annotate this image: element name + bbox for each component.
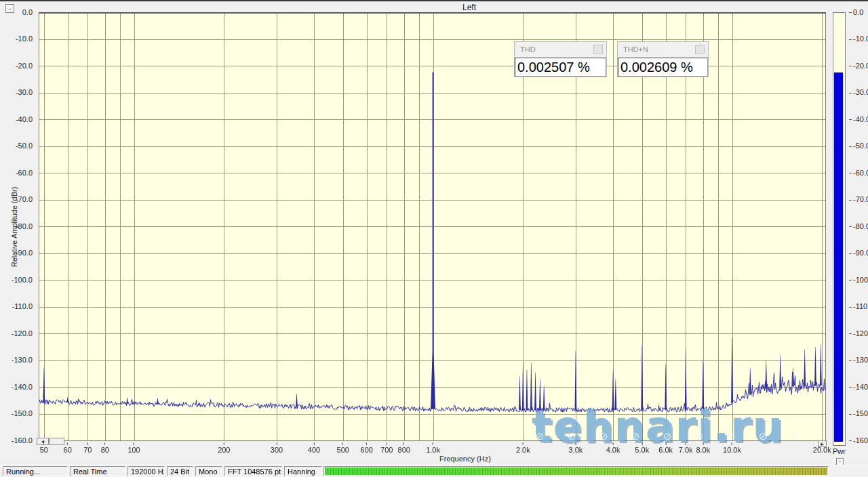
thd-panel-menu-button[interactable]	[593, 45, 603, 54]
x-tick: 800	[398, 442, 410, 454]
y-tick-right: -100.0	[849, 276, 868, 285]
x-tick: 70	[83, 442, 92, 454]
no-entry-icon: ⊘	[536, 415, 546, 458]
thd-value: 0.002507 %	[515, 58, 606, 77]
y-tick-left: -70.0	[3, 195, 33, 204]
no-entry-icon: ⊘	[663, 415, 673, 458]
progress-bar-fill	[325, 468, 827, 475]
y-tick-right: -90.0	[849, 249, 868, 257]
x-tick: 60	[64, 442, 72, 454]
thd-panel[interactable]: THD 0.002507 %	[514, 41, 607, 77]
status-panel: Hanning	[284, 466, 322, 476]
y-tick-right: -140.0	[849, 383, 868, 392]
thd-n-panel-menu-button[interactable]	[695, 45, 705, 54]
watermark: tehnari.ru⊘⊘⊘⊘⊘⊘⊘⊘⊘	[532, 405, 784, 449]
x-tick: 80	[101, 442, 109, 454]
y-tick-left: -140.0	[3, 383, 33, 392]
no-entry-icon: ⊘	[759, 415, 769, 458]
y-tick-left: -100.0	[3, 276, 33, 285]
y-tick-left: -160.0	[3, 436, 33, 445]
status-panel: 24 Bit	[167, 466, 193, 476]
x-tick: 400	[308, 442, 320, 454]
y-tick-left: 0.0	[3, 8, 33, 17]
y-tick-right: 0.0	[849, 8, 868, 17]
y-tick-right: -50.0	[849, 142, 868, 150]
thd-n-panel-header: THD+N	[618, 42, 708, 58]
status-panel: Running...	[3, 466, 68, 476]
x-tick: 100	[127, 442, 140, 454]
y-tick-right: -80.0	[849, 222, 868, 231]
thd-n-panel[interactable]: THD+N 0.002609 %	[617, 41, 709, 77]
status-panel: FFT 1048576 pts	[224, 466, 282, 476]
y-tick-right: -110.0	[849, 302, 868, 311]
y-tick-left: -30.0	[3, 88, 33, 97]
x-tick: 200	[218, 442, 230, 454]
y-tick-left: -50.0	[3, 142, 33, 150]
y-tick-right: -130.0	[849, 356, 868, 365]
x-tick: 20.0k	[813, 442, 831, 454]
y-tick-left: -150.0	[3, 409, 33, 418]
y-tick-left: -40.0	[3, 115, 33, 124]
y-tick-right: -40.0	[849, 115, 868, 124]
x-axis-label: Frequency (Hz)	[439, 455, 491, 463]
power-meter-label: Pwr	[833, 447, 846, 455]
y-tick-left: -10.0	[3, 35, 33, 43]
y-tick-right: -120.0	[849, 329, 868, 338]
y-tick-right: -60.0	[849, 169, 868, 178]
no-entry-icon: ⊘	[727, 415, 737, 458]
x-tick: 300	[271, 442, 283, 454]
y-tick-left: -90.0	[3, 249, 33, 257]
channel-title: Left	[462, 3, 476, 12]
progress-bar	[323, 466, 829, 476]
y-tick-right: -150.0	[849, 409, 868, 418]
y-tick-left: -20.0	[3, 62, 33, 70]
status-panel: Real Time	[70, 466, 125, 476]
status-panel: 192000 Hz	[127, 466, 165, 476]
y-tick-left: -80.0	[3, 222, 33, 231]
y-tick-right: -160.0	[849, 436, 868, 445]
status-bar: Running...Real Time192000 Hz24 BitMonoFF…	[0, 465, 868, 477]
power-meter-fill	[834, 72, 843, 442]
status-panel: Mono	[195, 466, 222, 476]
thd-n-panel-title: THD+N	[623, 45, 648, 54]
y-tick-right: -70.0	[849, 195, 868, 204]
y-tick-left: -130.0	[3, 356, 33, 365]
x-tick: 600	[361, 442, 373, 454]
no-entry-icon: ⊘	[695, 415, 705, 458]
thd-panel-title: THD	[520, 45, 536, 54]
y-tick-left: -110.0	[3, 302, 33, 311]
y-tick-right: -10.0	[849, 35, 868, 43]
no-entry-icon: ⊘	[599, 415, 610, 458]
y-tick-right: -20.0	[849, 62, 868, 70]
scrollbar-thumb[interactable]	[50, 438, 64, 445]
y-tick-right: -30.0	[849, 88, 868, 97]
no-entry-icon: ⊘	[631, 415, 642, 458]
thd-n-value: 0.002609 %	[618, 58, 708, 77]
no-entry-icon: ⊘	[791, 415, 801, 458]
y-tick-left: -120.0	[3, 329, 33, 338]
x-tick: 500	[337, 442, 349, 454]
x-tick: 700	[380, 442, 393, 454]
power-meter	[833, 12, 846, 446]
thd-panel-header: THD	[515, 42, 606, 58]
spectrum-analyzer-window: Left - Relative Amplitude (dBr) Pwr - ◄ …	[0, 0, 868, 477]
y-tick-left: -60.0	[3, 169, 33, 178]
x-tick: 50	[40, 442, 48, 454]
no-entry-icon: ⊘	[568, 415, 578, 458]
x-tick: 2.0k	[516, 442, 530, 454]
x-tick: 1.0k	[426, 442, 440, 454]
